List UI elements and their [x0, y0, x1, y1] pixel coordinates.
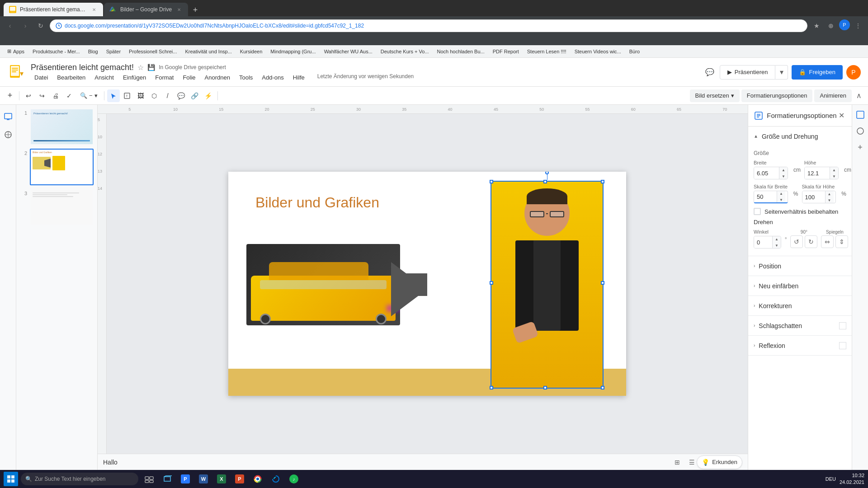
format-panel-close[interactable]: ✕ [837, 110, 846, 121]
menu-einfügen[interactable]: Einfügen [119, 73, 150, 82]
taskbar-ppt[interactable]: P [231, 471, 248, 487]
bookmark-steuern1[interactable]: Steuern Lesen !!!! [524, 47, 570, 56]
rotate-ccw-btn[interactable]: ↺ [790, 235, 803, 248]
formatierung-btn[interactable]: Formatierungsoptionen [741, 89, 813, 102]
bookmark-kursideen[interactable]: Kursideen [236, 47, 266, 56]
refresh-button[interactable]: ↻ [34, 19, 47, 32]
profile-btn[interactable]: P [839, 19, 850, 30]
animieren-btn[interactable]: Animieren [814, 89, 852, 102]
bookmark-mindmap[interactable]: Mindmapping (Gru... [267, 47, 319, 56]
winkel-input[interactable] [754, 236, 772, 248]
schlagschatten-checkbox[interactable] [839, 322, 846, 329]
right-icon-plus[interactable]: + [854, 141, 867, 154]
shape-tool[interactable]: ⬡ [148, 89, 160, 102]
right-icon-theme[interactable] [854, 125, 867, 137]
theme-icon[interactable] [2, 128, 14, 141]
link-tool[interactable]: 🔗 [189, 89, 201, 102]
rotate-cw-btn[interactable]: ↻ [805, 235, 817, 248]
hoehe-input[interactable] [805, 167, 830, 179]
comment-tool[interactable]: 💬 [175, 89, 188, 102]
toolbar-add-btn[interactable]: + [4, 89, 16, 102]
present-dropdown[interactable]: ▾ [775, 65, 788, 80]
taskbar-excel[interactable]: X [213, 471, 230, 487]
present-button[interactable]: ▶ Präsentieren [720, 65, 776, 80]
handle-ml[interactable] [490, 281, 493, 285]
animation-tool[interactable]: ⚡ [202, 89, 215, 102]
breite-up[interactable]: ▲ [779, 167, 788, 173]
bookmark-später[interactable]: Später [103, 47, 124, 56]
korrekturen-section[interactable]: › Korrekturen [748, 296, 852, 316]
toolbar-undo[interactable]: ↩ [22, 89, 35, 102]
taskbar-app3[interactable]: P [177, 471, 193, 487]
star-icon[interactable]: ☆ [137, 63, 144, 72]
slide-3-thumb[interactable] [30, 189, 94, 225]
schlagschatten-section[interactable]: › Schlagschatten [748, 316, 852, 336]
taskbar-taskview[interactable] [141, 471, 157, 487]
tab-slides[interactable]: Präsentieren leicht gemacht! – C... ✕ [4, 3, 103, 16]
bookmark-produktsuche[interactable]: Produktsuche - Mer... [29, 47, 84, 56]
taskbar-spotify[interactable]: ♪ [286, 471, 302, 487]
position-section[interactable]: › Position [748, 256, 852, 276]
bookmark-steuern2[interactable]: Steuern Videos wic... [571, 47, 625, 56]
skala-hoehe-input[interactable] [802, 191, 825, 203]
hoehe-up[interactable]: ▲ [830, 167, 838, 173]
right-icon-format[interactable] [854, 108, 867, 121]
start-button[interactable] [4, 472, 18, 486]
toolbar-collapse[interactable]: ∧ [854, 90, 864, 101]
toolbar-zoom[interactable]: 🔍 − ▾ [76, 89, 101, 102]
taskbar-explorer[interactable] [159, 471, 175, 487]
reflexion-check[interactable] [839, 342, 846, 349]
more-options[interactable]: ⋮ [852, 19, 864, 32]
grid-view-btn[interactable]: ⊞ [672, 457, 683, 468]
erkunden-button[interactable]: 💡 Erkunden [697, 455, 742, 469]
seitenverhaeltnis-checkbox[interactable] [754, 208, 761, 215]
taskbar-search[interactable]: 🔍 Zur Suche Text hier eingeben [21, 473, 138, 485]
taskbar-chrome[interactable] [250, 471, 266, 487]
bookmark-deutsche[interactable]: Deutsche Kurs + Vo... [377, 47, 433, 56]
slides-panel-icon[interactable] [2, 110, 14, 123]
bild-ersetzen-btn[interactable]: Bild ersetzen ▾ [690, 89, 740, 102]
winkel-up[interactable]: ▲ [773, 236, 781, 242]
forward-button[interactable]: › [19, 19, 32, 32]
mirror-h-btn[interactable]: ⇔ [821, 235, 834, 248]
skala-hoehe-up[interactable]: ▲ [826, 191, 834, 197]
bookmark-blog[interactable]: Blog [85, 47, 102, 56]
winkel-down[interactable]: ▼ [773, 242, 781, 249]
person-image-selected[interactable] [491, 181, 604, 389]
reflexion-section[interactable]: › Reflexion [748, 336, 852, 356]
menu-addons[interactable]: Add-ons [258, 73, 287, 82]
bookmark-apps[interactable]: ⊞Apps [4, 47, 28, 56]
toolbar-spellcheck[interactable]: ✓ [63, 89, 75, 102]
hoehe-down[interactable]: ▼ [830, 173, 838, 179]
handle-tl[interactable] [490, 180, 493, 183]
breite-down[interactable]: ▼ [779, 173, 788, 179]
menu-ansicht[interactable]: Ansicht [91, 73, 118, 82]
tab-drive-close[interactable]: ✕ [175, 6, 183, 13]
mirror-v-btn[interactable]: ⇕ [835, 235, 848, 248]
rotation-handle[interactable] [545, 172, 549, 174]
toolbar-redo[interactable]: ↪ [36, 89, 48, 102]
handle-bc[interactable] [543, 386, 547, 389]
menu-anordnen[interactable]: Anordnen [201, 73, 234, 82]
skala-breite-input[interactable] [754, 191, 777, 202]
skala-breite-down[interactable]: ▼ [777, 197, 785, 203]
slide-1-thumb[interactable]: Präsentieren leicht gemacht! [30, 108, 94, 145]
skala-hoehe-down[interactable]: ▼ [826, 197, 834, 203]
bookmark-hochladen[interactable]: Noch hochladen Bu... [434, 47, 488, 56]
slide-canvas[interactable]: Bilder und Grafiken [228, 172, 626, 396]
handle-br[interactable] [601, 386, 604, 389]
skala-breite-up[interactable]: ▲ [777, 191, 785, 197]
reflexion-checkbox[interactable] [839, 342, 846, 349]
extension-icon[interactable]: ⊕ [825, 19, 837, 32]
menu-hilfe[interactable]: Hilfe [289, 73, 308, 82]
address-bar[interactable]: docs.google.com/presentation/d/1yV372SO5… [50, 19, 807, 32]
groesse-section-header[interactable]: ▼ Größe und Drehung [748, 127, 852, 146]
taskbar-edge[interactable] [268, 471, 284, 487]
menu-datei[interactable]: Datei [31, 73, 52, 82]
tab-drive[interactable]: Bilder – Google Drive ✕ [104, 3, 188, 16]
handle-bl[interactable] [490, 386, 493, 389]
bookmark-kreativ[interactable]: Kreativität und Insp... [181, 47, 235, 56]
taskbar-word[interactable]: W [195, 471, 212, 487]
back-button[interactable]: ‹ [4, 19, 16, 32]
toolbar-print[interactable]: 🖨 [49, 89, 62, 102]
